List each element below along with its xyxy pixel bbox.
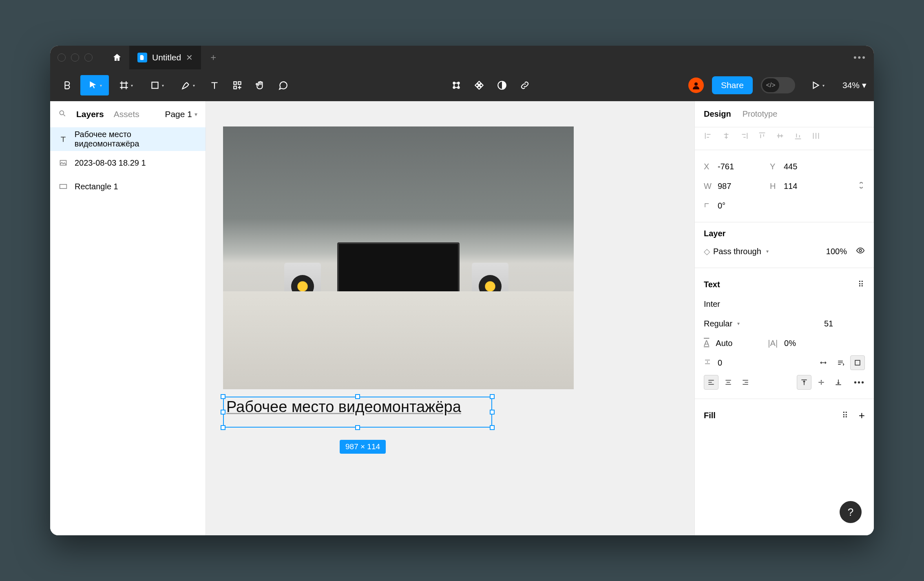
app-menu-button[interactable]: ••• (853, 52, 867, 63)
opacity-input[interactable]: 100% (826, 247, 847, 256)
svg-rect-2 (238, 82, 241, 84)
component-tool[interactable] (446, 75, 466, 95)
canvas[interactable]: Рабочее место видеомонтажёра 987 × 114 (206, 101, 694, 535)
maximize-window[interactable] (84, 53, 93, 62)
align-right-icon[interactable] (740, 131, 749, 142)
figma-file-icon (137, 53, 147, 62)
resources-tool[interactable] (227, 75, 248, 95)
add-fill-icon[interactable]: + (859, 409, 865, 422)
w-input[interactable]: 987 (718, 182, 767, 191)
fill-section-title: Fill (704, 411, 716, 420)
resize-handle-br[interactable] (490, 425, 495, 430)
zoom-value: 34% (842, 80, 860, 90)
x-input[interactable]: -761 (718, 162, 767, 171)
new-tab-button[interactable]: + (201, 52, 225, 63)
resize-handle-tr[interactable] (490, 394, 495, 399)
text-settings-icon[interactable]: ⠿ (858, 279, 865, 289)
page-selector[interactable]: Page 1▾ (165, 109, 197, 119)
w-label: W (704, 182, 714, 191)
close-window[interactable] (57, 53, 66, 62)
layers-tab[interactable]: Layers (76, 109, 104, 119)
assets-tab[interactable]: Assets (114, 109, 139, 119)
visibility-icon[interactable] (856, 246, 865, 257)
present-button[interactable]: ▾ (803, 75, 832, 95)
align-hcenter-icon[interactable] (722, 131, 731, 142)
paragraph-spacing-input[interactable]: 0 (718, 358, 767, 368)
frame-tool[interactable]: ▾ (111, 75, 140, 95)
letter-spacing-input[interactable]: 0% (784, 339, 796, 348)
line-height-input[interactable]: Auto (716, 339, 765, 348)
svg-point-14 (859, 249, 862, 252)
constrain-proportions-icon[interactable] (858, 180, 865, 192)
boolean-tool[interactable] (492, 75, 512, 95)
align-left-icon[interactable] (704, 131, 713, 142)
font-weight-select[interactable]: Regular (704, 319, 732, 328)
alignment-controls (695, 127, 874, 150)
comment-tool[interactable] (273, 75, 293, 95)
distribute-icon[interactable] (811, 131, 820, 142)
layer-section-title: Layer (704, 229, 865, 238)
close-tab-icon[interactable]: ✕ (186, 53, 193, 62)
pen-tool[interactable]: ▾ (173, 75, 202, 95)
layer-item-text[interactable]: Рабочее место видеомонтажёра (50, 127, 206, 151)
code-icon: </> (762, 78, 779, 92)
design-tab[interactable]: Design (704, 109, 731, 119)
layer-item-rect[interactable]: Rectangle 1 (50, 175, 206, 198)
h-input[interactable]: 114 (784, 182, 833, 191)
text-valign-middle-icon[interactable] (814, 375, 829, 390)
align-vcenter-icon[interactable] (776, 131, 785, 142)
home-button[interactable] (105, 46, 129, 69)
text-valign-bottom-icon[interactable] (831, 375, 846, 390)
prototype-tab[interactable]: Prototype (743, 109, 778, 119)
selected-text-layer[interactable]: Рабочее место видеомонтажёра (223, 397, 492, 428)
app-window: Untitled ✕ + ••• ▾ ▾ ▾ ▾ (50, 46, 874, 535)
shape-tool[interactable]: ▾ (142, 75, 171, 95)
layer-label: 2023-08-03 18.29 1 (75, 158, 146, 168)
user-avatar[interactable] (688, 78, 704, 93)
resize-handle-bm[interactable] (355, 425, 360, 430)
main-menu-button[interactable] (57, 75, 78, 95)
share-button[interactable]: Share (712, 76, 753, 94)
hand-tool[interactable] (250, 75, 270, 95)
line-height-icon: A (704, 339, 709, 348)
help-button[interactable]: ? (840, 501, 862, 523)
svg-point-6 (458, 82, 460, 84)
move-tool[interactable]: ▾ (80, 75, 109, 95)
resize-handle-mr[interactable] (490, 410, 495, 415)
text-tool[interactable] (204, 75, 225, 95)
text-valign-top-icon[interactable] (797, 375, 811, 390)
search-icon[interactable] (58, 109, 66, 120)
auto-height-icon[interactable] (833, 355, 848, 370)
text-align-right-icon[interactable] (738, 375, 753, 390)
selection-dimensions-badge: 987 × 114 (340, 440, 386, 454)
align-bottom-icon[interactable] (794, 131, 802, 142)
zoom-control[interactable]: 34%▾ (842, 80, 867, 90)
fixed-size-icon[interactable] (850, 355, 865, 370)
resize-handle-tl[interactable] (221, 394, 225, 399)
resize-handle-ml[interactable] (221, 410, 225, 415)
link-tool[interactable] (515, 75, 535, 95)
layer-item-image[interactable]: 2023-08-03 18.29 1 (50, 151, 206, 175)
file-tab[interactable]: Untitled ✕ (129, 46, 201, 69)
blend-mode-icon[interactable]: ◇ (704, 246, 710, 256)
mask-tool[interactable] (469, 75, 489, 95)
text-align-left-icon[interactable] (704, 375, 718, 390)
rotation-input[interactable]: 0° (718, 201, 767, 211)
fill-styles-icon[interactable]: ⠿ (842, 410, 849, 420)
window-controls (57, 53, 93, 62)
right-panel: Design Prototype X-761 Y445 W987 H (694, 101, 874, 535)
dev-mode-toggle[interactable]: </> (761, 77, 795, 93)
canvas-image[interactable] (223, 126, 574, 389)
resize-handle-bl[interactable] (221, 425, 225, 430)
text-more-icon[interactable]: ••• (854, 378, 865, 387)
resize-handle-tm[interactable] (355, 394, 360, 399)
align-top-icon[interactable] (758, 131, 767, 142)
blend-mode-select[interactable]: Pass through (713, 247, 761, 256)
font-family-select[interactable]: Inter (704, 299, 720, 309)
y-input[interactable]: 445 (784, 162, 833, 171)
auto-width-icon[interactable] (816, 355, 831, 370)
text-section-title: Text (704, 280, 720, 289)
font-size-input[interactable]: 51 (824, 319, 865, 328)
text-align-center-icon[interactable] (721, 375, 736, 390)
minimize-window[interactable] (71, 53, 79, 62)
